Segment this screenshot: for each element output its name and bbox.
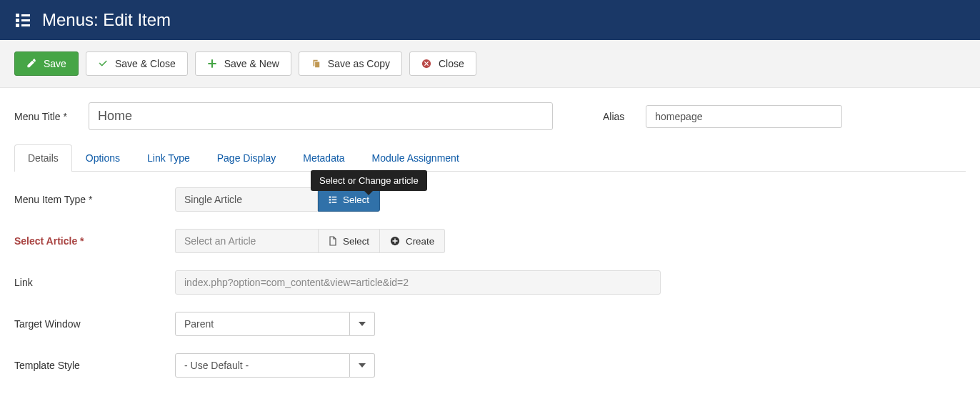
chevron-down-icon bbox=[359, 322, 366, 326]
plus-circle-icon bbox=[390, 236, 400, 246]
svg-rect-12 bbox=[329, 202, 331, 203]
template-style-caret[interactable] bbox=[350, 353, 375, 378]
template-style-select[interactable]: - Use Default - bbox=[175, 353, 350, 378]
copy-icon bbox=[311, 59, 321, 69]
page-header: Menus: Edit Item bbox=[0, 0, 980, 40]
save-close-button[interactable]: Save & Close bbox=[86, 51, 188, 76]
alias-label: Alias bbox=[603, 111, 624, 122]
save-close-label: Save & Close bbox=[115, 58, 176, 69]
save-copy-label: Save as Copy bbox=[328, 58, 390, 69]
tooltip: Select or Change article bbox=[311, 170, 427, 191]
close-label: Close bbox=[439, 58, 464, 69]
tab-link-type[interactable]: Link Type bbox=[134, 144, 204, 171]
svg-rect-3 bbox=[21, 19, 30, 21]
list-small-icon bbox=[329, 195, 337, 204]
plus-icon bbox=[207, 59, 217, 69]
link-row: Link index.php?option=com_content&view=a… bbox=[14, 270, 966, 295]
svg-rect-8 bbox=[329, 197, 331, 198]
svg-rect-1 bbox=[21, 14, 30, 16]
template-style-row: Template Style - Use Default - bbox=[14, 353, 966, 378]
check-icon bbox=[98, 59, 108, 69]
link-label: Link bbox=[14, 277, 175, 288]
tab-page-display[interactable]: Page Display bbox=[204, 144, 290, 171]
pencil-square-icon bbox=[26, 59, 36, 69]
cancel-icon bbox=[421, 59, 431, 69]
select-label: Select bbox=[343, 194, 369, 205]
select-article-row: Select Article * Select an Article Selec… bbox=[14, 229, 966, 253]
tab-bar: Details Options Link Type Page Display M… bbox=[14, 144, 966, 172]
menu-title-input[interactable] bbox=[89, 102, 553, 130]
menu-item-type-value: Single Article bbox=[175, 187, 318, 212]
select-article-button[interactable]: Select bbox=[318, 229, 380, 253]
svg-rect-4 bbox=[16, 24, 19, 27]
svg-rect-0 bbox=[16, 14, 19, 17]
svg-rect-11 bbox=[332, 200, 337, 201]
tab-options[interactable]: Options bbox=[72, 144, 134, 171]
svg-rect-10 bbox=[329, 199, 331, 200]
file-icon bbox=[329, 236, 337, 246]
target-window-row: Target Window Parent bbox=[14, 312, 966, 336]
svg-rect-9 bbox=[332, 197, 337, 198]
save-new-label: Save & New bbox=[224, 58, 279, 69]
select-article-label: Select Article * bbox=[14, 235, 175, 247]
link-value: index.php?option=com_content&view=articl… bbox=[175, 270, 661, 295]
svg-rect-5 bbox=[21, 24, 30, 26]
chevron-down-icon bbox=[359, 363, 366, 368]
menu-title-label: Menu Title * bbox=[14, 111, 67, 122]
target-window-label: Target Window bbox=[14, 318, 175, 330]
select-label: Select bbox=[343, 236, 369, 247]
title-row: Menu Title * Alias bbox=[14, 102, 966, 130]
tab-details[interactable]: Details bbox=[14, 144, 72, 172]
page-title: Menus: Edit Item bbox=[42, 10, 171, 30]
menu-item-type-label: Menu Item Type * bbox=[14, 194, 175, 205]
create-article-button[interactable]: Create bbox=[380, 229, 445, 253]
save-new-button[interactable]: Save & New bbox=[195, 51, 291, 76]
template-style-label: Template Style bbox=[14, 360, 175, 371]
toolbar: Save Save & Close Save & New Save as Cop… bbox=[0, 40, 980, 88]
save-copy-button[interactable]: Save as Copy bbox=[299, 51, 402, 76]
form-container: Menu Title * Alias Details Options Link … bbox=[0, 88, 980, 399]
tab-module-assignment[interactable]: Module Assignment bbox=[359, 144, 473, 171]
close-button[interactable]: Close bbox=[409, 51, 476, 76]
alias-input[interactable] bbox=[646, 105, 842, 128]
select-article-input[interactable]: Select an Article bbox=[175, 229, 318, 253]
create-label: Create bbox=[406, 236, 434, 247]
svg-rect-13 bbox=[332, 202, 337, 203]
tab-metadata[interactable]: Metadata bbox=[289, 144, 358, 171]
menu-item-type-row: Menu Item Type * Single Article Select S… bbox=[14, 187, 966, 212]
target-window-caret[interactable] bbox=[350, 312, 375, 336]
save-label: Save bbox=[44, 58, 66, 69]
list-icon bbox=[14, 11, 31, 29]
target-window-select[interactable]: Parent bbox=[175, 312, 350, 336]
svg-rect-2 bbox=[16, 19, 19, 22]
save-button[interactable]: Save bbox=[14, 51, 79, 76]
